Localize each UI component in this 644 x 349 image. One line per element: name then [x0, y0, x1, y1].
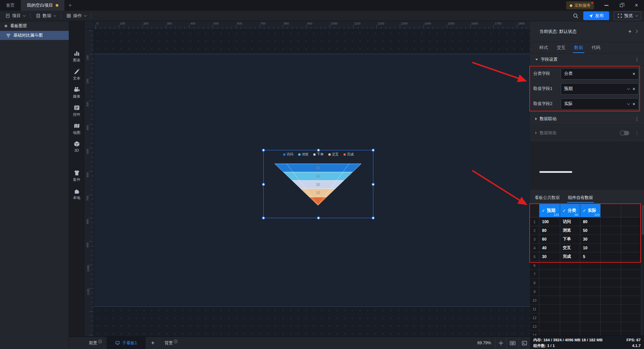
column-header-实际[interactable]: ✓实际123: [580, 204, 601, 217]
resize-handle-se[interactable]: [372, 216, 375, 219]
add-foreground-icon[interactable]: +: [98, 340, 102, 343]
tab-interaction[interactable]: 交互: [557, 42, 566, 53]
menu-data[interactable]: 数据: [31, 11, 61, 21]
table-cell[interactable]: 下单: [560, 235, 580, 244]
table-cell[interactable]: 60: [539, 235, 560, 244]
foreground-button[interactable]: 前景 +: [84, 337, 107, 349]
subboard-tab[interactable]: 子看板1: [107, 337, 146, 349]
table-cell[interactable]: [539, 331, 560, 336]
tab-component-own-data[interactable]: 组件自有数据: [567, 195, 594, 204]
table-cell[interactable]: [621, 279, 641, 287]
chevron-right-icon[interactable]: [635, 30, 638, 33]
table-cell[interactable]: [539, 322, 560, 331]
tab-board-shared-data[interactable]: 看板公共数据: [534, 195, 560, 204]
table-cell[interactable]: [560, 261, 580, 270]
table-cell[interactable]: [560, 287, 580, 296]
table-cell[interactable]: [539, 287, 560, 296]
table-cell[interactable]: [621, 287, 641, 296]
table-cell[interactable]: 交互: [560, 244, 580, 252]
table-cell[interactable]: [560, 305, 580, 313]
table-cell[interactable]: [560, 270, 580, 279]
table-cell[interactable]: [539, 296, 560, 305]
console-button[interactable]: [519, 337, 530, 349]
table-cell[interactable]: [601, 235, 621, 244]
table-cell[interactable]: 5: [580, 252, 601, 261]
new-tab-button[interactable]: +: [64, 2, 76, 9]
table-cell[interactable]: 访问: [560, 217, 580, 226]
column-header-分类[interactable]: ✓分类Str.: [560, 204, 580, 217]
tab-style[interactable]: 样式: [539, 42, 548, 53]
table-cell[interactable]: [621, 261, 641, 270]
table-cell[interactable]: [621, 313, 641, 322]
table-cell[interactable]: [621, 235, 641, 244]
data-filter-toggle[interactable]: [620, 131, 629, 135]
table-cell[interactable]: [621, 270, 641, 279]
section-data-link[interactable]: 数据联动 ⋮: [530, 113, 644, 125]
kebab-menu-icon[interactable]: ⋮: [635, 130, 639, 136]
clear-icon[interactable]: ×: [633, 101, 635, 107]
table-cell[interactable]: [601, 331, 621, 336]
table-cell[interactable]: [580, 261, 601, 270]
table-cell[interactable]: 50: [580, 226, 601, 235]
table-cell[interactable]: [601, 305, 621, 313]
table-horizontal-scrollbar[interactable]: [539, 171, 572, 173]
kebab-menu-icon[interactable]: ⋮: [635, 57, 639, 62]
table-cell[interactable]: [539, 270, 560, 279]
zoom-level[interactable]: 69.79%: [473, 341, 495, 345]
toolbox-item-本地[interactable]: 本地: [69, 188, 84, 200]
layer-item-funnel[interactable]: 基础对比漏斗图: [0, 31, 69, 40]
table-cell[interactable]: 浏览: [560, 226, 580, 235]
table-cell[interactable]: [601, 270, 621, 279]
column-header-预期[interactable]: ✓预期123: [539, 204, 560, 217]
toolbox-item-控件[interactable]: 控件: [69, 104, 84, 117]
maximize-button[interactable]: [614, 0, 629, 11]
table-cell[interactable]: 80: [539, 226, 560, 235]
tab-home[interactable]: 首页: [0, 0, 21, 11]
table-cell[interactable]: 30: [539, 252, 560, 261]
table-cell[interactable]: [621, 244, 641, 252]
table-cell[interactable]: [601, 226, 621, 235]
toolbox-item-地图[interactable]: 地图: [69, 122, 84, 135]
table-cell[interactable]: [621, 217, 641, 226]
table-cell[interactable]: [580, 270, 601, 279]
resize-handle-nw[interactable]: [262, 149, 265, 152]
category-field-input[interactable]: 分类 ×: [561, 68, 639, 80]
resize-handle-n[interactable]: [317, 149, 320, 152]
table-cell[interactable]: [601, 252, 621, 261]
table-cell[interactable]: [580, 331, 601, 336]
table-cell[interactable]: [580, 313, 601, 322]
search-icon[interactable]: [573, 13, 579, 19]
table-cell[interactable]: [601, 279, 621, 287]
table-cell[interactable]: [601, 244, 621, 252]
table-cell[interactable]: [539, 305, 560, 313]
resize-handle-e[interactable]: [372, 183, 375, 186]
resize-handle-ne[interactable]: [372, 149, 375, 152]
toolbox-item-媒体[interactable]: 媒体: [69, 86, 84, 99]
section-field-settings[interactable]: 字段设置 ⋮: [530, 53, 644, 66]
canvas[interactable]: 0100200300400500600700800900100011001200…: [84, 21, 530, 337]
menu-actions[interactable]: 操作: [61, 11, 91, 21]
table-cell[interactable]: [621, 252, 641, 261]
vip-service-badge[interactable]: ◆ 定制服务: [566, 1, 594, 9]
table-cell[interactable]: [560, 296, 580, 305]
table-cell[interactable]: [580, 305, 601, 313]
table-cell[interactable]: 30: [580, 235, 601, 244]
table-cell[interactable]: [539, 279, 560, 287]
table-cell[interactable]: 80: [580, 217, 601, 226]
table-cell[interactable]: 完成: [560, 252, 580, 261]
table-cell[interactable]: [601, 217, 621, 226]
table-cell[interactable]: [580, 287, 601, 296]
table-cell[interactable]: [580, 296, 601, 305]
tab-code[interactable]: 代码: [592, 42, 600, 53]
tab-project[interactable]: 我的空白项目: [21, 0, 64, 11]
table-vertical-scrollbar[interactable]: [641, 204, 644, 336]
table-cell[interactable]: [580, 279, 601, 287]
table-cell[interactable]: [539, 313, 560, 322]
preview-button[interactable]: 预览: [614, 11, 641, 20]
table-cell[interactable]: [621, 322, 641, 331]
toolbox-item-图表[interactable]: 图表: [69, 50, 84, 63]
fit-screen-button[interactable]: [495, 337, 506, 349]
kebab-menu-icon[interactable]: ⋮: [635, 116, 639, 121]
table-cell[interactable]: [621, 305, 641, 313]
data-table[interactable]: ✓预期123✓分类Str.✓实际1231100访问80280浏览50360下单3…: [530, 204, 641, 336]
